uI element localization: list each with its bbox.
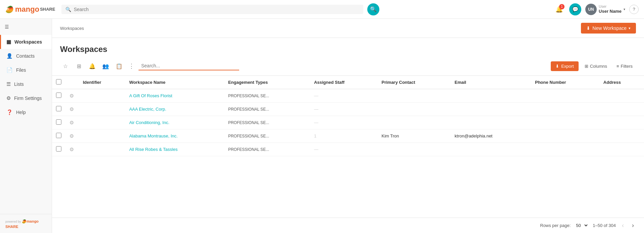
row-workspace-name[interactable]: Air Conditioning, Inc. <box>125 116 224 129</box>
assigned-staff-header: Assigned Staff <box>310 76 377 89</box>
search-submit-button[interactable]: 🔍 <box>367 3 379 15</box>
row-primary-contact <box>377 143 450 156</box>
row-actions-cell[interactable]: ⚙ <box>65 116 79 129</box>
user-label: User <box>599 4 622 9</box>
row-address <box>599 116 644 129</box>
download-icon: ⬇ <box>586 25 590 31</box>
row-workspace-name[interactable]: A Gift Of Roses Florist <box>125 89 224 103</box>
row-actions-cell[interactable]: ⚙ <box>65 129 79 143</box>
row-primary-contact <box>377 116 450 129</box>
users-button[interactable]: 👥 <box>100 61 111 71</box>
workspace-link[interactable]: Air Conditioning, Inc. <box>129 120 169 125</box>
actions-header <box>65 76 79 89</box>
row-engagement-type: PROFESSIONAL SE... <box>224 103 310 116</box>
row-actions-cell[interactable]: ⚙ <box>65 89 79 103</box>
sidebar-nav: ▦ Workspaces 👤 Contacts 📄 Files ☰ Lists … <box>0 35 52 214</box>
row-checkbox-cell[interactable] <box>52 116 65 129</box>
more-options-button[interactable]: ⋮ <box>128 62 135 70</box>
row-checkbox-cell[interactable] <box>52 89 65 103</box>
table-body: ⚙ A Gift Of Roses Florist PROFESSIONAL S… <box>52 89 644 156</box>
gear-icon[interactable]: ⚙ <box>69 147 74 152</box>
sidebar-label-contacts: Contacts <box>16 53 35 59</box>
avatar: UN <box>585 4 597 15</box>
sidebar-item-contacts[interactable]: 👤 Contacts <box>0 49 52 63</box>
sidebar-footer: powered by 🥭mango SHARE <box>0 214 52 233</box>
row-workspace-name[interactable]: All Rise Robes & Tassles <box>125 143 224 156</box>
workspace-name-header: Workspace Name <box>125 76 224 89</box>
row-address <box>599 143 644 156</box>
row-assigned-staff: — <box>310 103 377 116</box>
search-input[interactable] <box>74 7 359 12</box>
gear-icon[interactable]: ⚙ <box>69 93 74 99</box>
identifier-header: Identifier <box>79 76 125 89</box>
primary-contact-header: Primary Contact <box>377 76 450 89</box>
page-header: Workspaces <box>52 38 644 57</box>
sidebar-item-lists[interactable]: ☰ Lists <box>0 77 52 91</box>
row-checkbox[interactable] <box>56 146 61 152</box>
page-range: 1–50 of 304 <box>593 223 616 228</box>
help-button[interactable]: ? <box>629 5 639 14</box>
workspace-link[interactable]: All Rise Robes & Tassles <box>129 147 177 152</box>
row-checkbox-cell[interactable] <box>52 143 65 156</box>
star-button[interactable]: ☆ <box>60 61 71 71</box>
logo: 🥭 mango SHARE <box>5 5 57 14</box>
row-workspace-name[interactable]: AAA Electric, Corp. <box>125 103 224 116</box>
select-all-header[interactable] <box>52 76 65 89</box>
grid-view-button[interactable]: ⊞ <box>73 61 84 71</box>
sidebar-item-workspaces[interactable]: ▦ Workspaces <box>0 35 52 49</box>
row-email <box>450 143 531 156</box>
row-actions-cell[interactable]: ⚙ <box>65 143 79 156</box>
table-row: ⚙ A Gift Of Roses Florist PROFESSIONAL S… <box>52 89 644 103</box>
bell-filter-icon: 🔔 <box>89 63 96 69</box>
sidebar-item-files[interactable]: 📄 Files <box>0 63 52 77</box>
calendar-button[interactable]: 📋 <box>114 61 124 71</box>
sidebar-item-help[interactable]: ❓ Help <box>0 105 52 119</box>
bell-filter-button[interactable]: 🔔 <box>87 61 98 71</box>
firm-settings-icon: ⚙ <box>6 95 11 101</box>
row-actions-cell[interactable]: ⚙ <box>65 103 79 116</box>
rows-per-page-select[interactable]: 50 25 100 <box>575 223 589 228</box>
row-checkbox[interactable] <box>56 106 61 111</box>
row-checkbox-cell[interactable] <box>52 129 65 143</box>
table-row: ⚙ Alabama Montrause, Inc. PROFESSIONAL S… <box>52 129 644 143</box>
workspace-link[interactable]: Alabama Montrause, Inc. <box>129 133 178 138</box>
user-menu-button[interactable]: UN User User Name ▾ <box>585 4 625 15</box>
chat-button[interactable]: 💬 <box>569 3 581 15</box>
row-identifier <box>79 103 125 116</box>
row-email: ktron@adelphia.net <box>450 129 531 143</box>
notification-button[interactable]: 🔔 1 <box>553 3 565 15</box>
content-area: Workspaces ⬇ New Workspace ▾ Workspaces … <box>52 19 644 233</box>
select-all-checkbox[interactable] <box>56 79 61 84</box>
row-checkbox-cell[interactable] <box>52 103 65 116</box>
search-bar: 🔍 <box>61 5 363 14</box>
filters-button[interactable]: ≡ Filters <box>613 61 636 71</box>
previous-page-button[interactable]: ‹ <box>620 221 626 230</box>
gear-icon[interactable]: ⚙ <box>69 133 74 139</box>
menu-toggle-button[interactable]: ☰ <box>0 19 52 35</box>
row-checkbox[interactable] <box>56 133 61 138</box>
gear-icon[interactable]: ⚙ <box>69 120 74 125</box>
lists-icon: ☰ <box>6 81 11 87</box>
topbar-right: 🔔 1 💬 UN User User Name ▾ ? <box>553 3 639 15</box>
breadcrumb: Workspaces <box>60 26 84 31</box>
row-checkbox[interactable] <box>56 119 61 125</box>
row-checkbox[interactable] <box>56 93 61 98</box>
sidebar: ☰ ▦ Workspaces 👤 Contacts 📄 Files ☰ List… <box>0 19 52 233</box>
logo-icon: 🥭 <box>5 5 14 13</box>
rows-per-page-label: Rows per page: <box>540 223 571 228</box>
next-page-button[interactable]: › <box>630 221 636 230</box>
workspace-link[interactable]: A Gift Of Roses Florist <box>129 93 172 98</box>
gear-icon[interactable]: ⚙ <box>69 106 74 112</box>
breadcrumb-bar: Workspaces ⬇ New Workspace ▾ <box>52 19 644 38</box>
new-workspace-button[interactable]: ⬇ New Workspace ▾ <box>581 23 636 34</box>
columns-button[interactable]: ⊞ Columns <box>581 61 610 71</box>
row-workspace-name[interactable]: Alabama Montrause, Inc. <box>125 129 224 143</box>
export-button[interactable]: ⬇ Export <box>551 61 579 71</box>
export-label: Export <box>561 64 574 69</box>
sidebar-label-lists: Lists <box>14 81 24 87</box>
table-search-input[interactable] <box>141 63 236 68</box>
row-identifier <box>79 89 125 103</box>
sidebar-item-firm-settings[interactable]: ⚙ Firm Settings <box>0 91 52 105</box>
question-icon: ? <box>633 7 635 12</box>
workspace-link[interactable]: AAA Electric, Corp. <box>129 107 166 112</box>
